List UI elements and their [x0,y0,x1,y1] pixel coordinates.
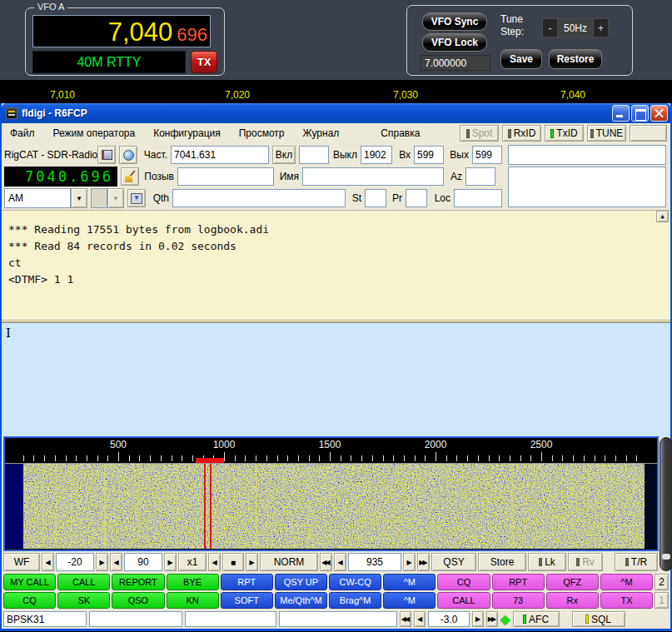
macro-button-qsy-up[interactable]: QSY UP [275,574,327,590]
freq-down-arrow[interactable]: ◀ [334,553,346,571]
waterfall-display[interactable] [5,464,657,549]
name-input[interactable] [302,167,444,186]
macro-button-call[interactable]: CALL [57,574,110,590]
ampspan-right-arrow[interactable]: ▶ [96,553,108,571]
freq-fast-up-arrow[interactable]: ▶▶ [417,553,430,571]
rst-out-input[interactable]: 599 [472,146,502,164]
macro-button-qfz[interactable]: QFZ [546,574,599,590]
wf-mode-button[interactable]: WF [3,553,40,571]
close-button[interactable] [650,105,668,122]
macro-button-qso[interactable]: QSO [112,592,164,609]
save-log-button[interactable]: ▼ [127,189,146,207]
menu-5[interactable]: Справка [381,127,420,139]
qsy-button[interactable]: QSY [431,553,476,571]
toggle-tune[interactable]: TUNE [587,125,626,142]
zoom-x1-button[interactable]: x1 [178,553,207,571]
sn-down-arrow[interactable]: ◀ [414,611,426,627]
pan-right-arrow[interactable]: ▶ [246,553,258,571]
macro-button-soft[interactable]: SOFT [221,592,273,609]
mode-status-field[interactable]: BPSK31 [3,611,87,627]
store-button[interactable]: Store [478,553,526,571]
txrx-toggle[interactable]: T/R [615,553,658,571]
pr-input[interactable] [406,189,427,207]
reflevel-value[interactable]: 90 [124,553,162,571]
waterfall-cursor-marker[interactable] [196,458,224,463]
clear-qso-button[interactable] [121,167,139,186]
az-input[interactable] [465,167,495,186]
notes-field-1[interactable] [508,145,666,165]
pan-center-button[interactable]: ■ [222,553,244,571]
sn-fast-up-arrow[interactable]: ▶▶ [486,611,498,627]
restore-button[interactable]: Restore [549,49,602,69]
macro-button-sk[interactable]: SK [57,592,110,609]
time-on-button[interactable]: Вкл [272,146,296,164]
macro-button-73[interactable]: 73 [492,592,545,609]
macro-button--m[interactable]: ^M [600,574,653,590]
band-frequency-scale[interactable]: 7,0107,0207,0307,040 [0,80,672,103]
macro-button-cq[interactable]: CQ [3,592,56,609]
rst-in-input[interactable]: 599 [414,146,444,164]
slider-handle[interactable] [662,554,670,560]
macro-page-1[interactable]: 1 [655,592,669,609]
loc-input[interactable] [454,189,502,207]
sn-fast-down-arrow[interactable]: ◀◀ [400,611,411,627]
reflevel-right-arrow[interactable]: ▶ [164,553,177,571]
macro-button-kn[interactable]: KN [167,592,219,609]
window-titlebar[interactable]: fldigi - R6FCP [2,103,670,123]
sql-toggle[interactable]: SQL [572,611,625,627]
macro-button-rpt[interactable]: RPT [221,574,273,590]
macro-button--m[interactable]: ^M [383,574,436,590]
ampspan-left-arrow[interactable]: ◀ [42,553,54,571]
mode-dropdown-icon[interactable]: ▼ [71,188,87,208]
macro-button-cq[interactable]: CQ [437,574,490,590]
macro-button-tx[interactable]: TX [600,592,653,609]
menu-0[interactable]: Файл [10,127,35,139]
mode-combo[interactable]: AM ▼ [4,188,87,208]
logbook-button[interactable] [97,146,116,164]
lookup-button[interactable] [119,146,137,164]
rx-scroll-up-button[interactable]: ▲ [656,211,669,222]
vfo-sync-button[interactable]: VFO Sync [422,12,487,31]
freq-fast-down-arrow[interactable]: ◀◀ [320,553,332,571]
secondary-combo[interactable]: ▼ [91,188,124,208]
qth-input[interactable] [172,189,346,207]
toggle-rxid[interactable]: RxID [502,125,541,142]
macro-button-brag-m[interactable]: Brag^M [329,592,381,609]
waterfall-scale[interactable]: 5001000150020002500 [5,438,657,464]
minimize-button[interactable] [612,105,630,122]
squelch-level-value[interactable]: -3.0 [428,611,470,627]
menu-3[interactable]: Просмотр [239,127,285,139]
freq-up-arrow[interactable]: ▶ [403,553,416,571]
menu-4[interactable]: Журнал [303,127,340,139]
macro-page-2[interactable]: 2 [655,574,669,590]
macro-button-me-qth-m[interactable]: Me/Qth^M [275,592,327,609]
afc-toggle[interactable]: AFC [513,611,560,627]
macro-button-rx[interactable]: Rx [546,592,599,609]
time-on-input[interactable] [299,146,329,164]
macro-button-report[interactable]: REPORT [112,574,164,590]
toggle-blank[interactable] [630,125,667,142]
tx-button[interactable]: TX [191,51,217,73]
lock-toggle[interactable]: Lk [528,553,566,571]
menu-2[interactable]: Конфигурация [153,127,221,139]
wf-speed-button[interactable]: NORM [260,553,318,571]
pan-left-arrow[interactable]: ◀ [208,553,221,571]
vfo-lock-button[interactable]: VFO Lock [422,33,487,52]
receive-text-area[interactable]: *** Reading 17551 bytes from logbook.adi… [2,210,670,318]
menu-1[interactable]: Режим оператора [53,127,136,139]
step-minus-button[interactable]: - [542,18,558,37]
st-input[interactable] [365,189,386,207]
secondary-dropdown-icon[interactable]: ▼ [107,188,124,208]
sn-up-arrow[interactable]: ▶ [472,611,484,627]
rig-frequency-input[interactable]: 7041.631 [171,146,269,164]
time-off-input[interactable]: 1902 [361,146,392,164]
reverse-toggle[interactable]: Rv [568,553,603,571]
macro-button-call[interactable]: CALL [437,592,490,609]
waterfall-level-slider[interactable] [660,437,672,571]
toggle-spot[interactable]: Spot [460,125,499,142]
toggle-txid[interactable]: TxID [545,125,584,142]
center-freq-value[interactable]: 935 [348,553,401,571]
callsign-input[interactable] [177,167,274,186]
ampspan-value[interactable]: -20 [56,553,94,571]
maximize-button[interactable] [631,105,649,122]
